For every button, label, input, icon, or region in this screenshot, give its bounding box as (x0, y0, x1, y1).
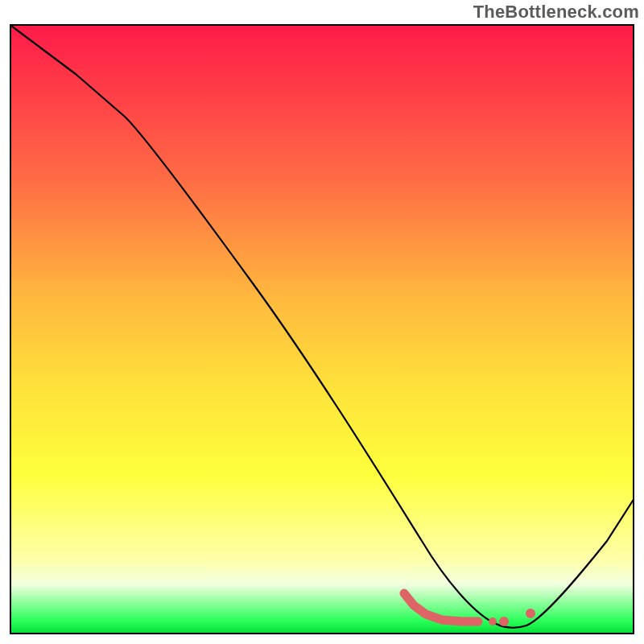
highlight-dot-1 (489, 617, 497, 625)
brand-watermark: TheBottleneck.com (473, 2, 639, 23)
highlight-segment (404, 593, 478, 621)
bottleneck-curve (11, 26, 633, 628)
chart-overlay-svg (11, 26, 633, 633)
plot-area (10, 24, 634, 634)
highlight-dot-2 (499, 617, 509, 626)
chart-root: TheBottleneck.com (0, 0, 644, 644)
highlight-dot-3 (526, 609, 535, 618)
